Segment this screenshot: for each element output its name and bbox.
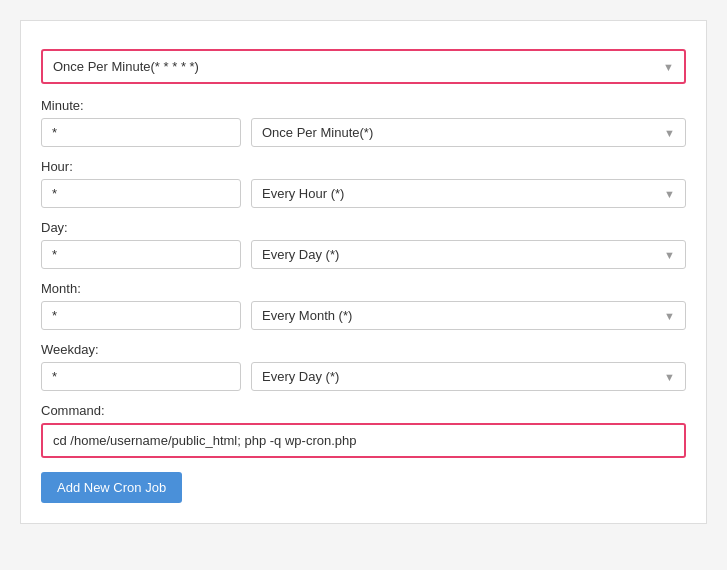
add-cron-job-button[interactable]: Add New Cron Job	[41, 472, 182, 503]
minute-select-wrapper[interactable]: Once Per Minute(*) Every 2 Minutes Every…	[251, 118, 686, 147]
day-input[interactable]	[41, 240, 241, 269]
minute-row: Once Per Minute(*) Every 2 Minutes Every…	[41, 118, 686, 147]
day-select[interactable]: Every Day (*) Every 2 Days Every 3 Days …	[252, 241, 685, 268]
minute-group: Minute: Once Per Minute(*) Every 2 Minut…	[41, 98, 686, 147]
weekday-row: Every Day (*) Monday Tuesday Wednesday T…	[41, 362, 686, 391]
command-section: Command:	[41, 403, 686, 458]
month-select[interactable]: Every Month (*) Every 2 Months Every 3 M…	[252, 302, 685, 329]
weekday-input[interactable]	[41, 362, 241, 391]
command-label: Command:	[41, 403, 686, 418]
day-label: Day:	[41, 220, 686, 235]
month-label: Month:	[41, 281, 686, 296]
month-row: Every Month (*) Every 2 Months Every 3 M…	[41, 301, 686, 330]
weekday-group: Weekday: Every Day (*) Monday Tuesday We…	[41, 342, 686, 391]
hour-input[interactable]	[41, 179, 241, 208]
weekday-select[interactable]: Every Day (*) Monday Tuesday Wednesday T…	[252, 363, 685, 390]
command-input-wrapper	[41, 423, 686, 458]
weekday-label: Weekday:	[41, 342, 686, 357]
minute-input[interactable]	[41, 118, 241, 147]
hour-select[interactable]: Every Hour (*) Every 2 Hours Every 3 Hou…	[252, 180, 685, 207]
month-select-wrapper[interactable]: Every Month (*) Every 2 Months Every 3 M…	[251, 301, 686, 330]
main-container: Once Per Minute(* * * * *) Once Per Hour…	[20, 20, 707, 524]
common-settings-select[interactable]: Once Per Minute(* * * * *) Once Per Hour…	[43, 51, 684, 82]
command-input[interactable]	[43, 425, 684, 456]
common-settings-select-wrapper[interactable]: Once Per Minute(* * * * *) Once Per Hour…	[41, 49, 686, 84]
day-row: Every Day (*) Every 2 Days Every 3 Days …	[41, 240, 686, 269]
month-group: Month: Every Month (*) Every 2 Months Ev…	[41, 281, 686, 330]
hour-label: Hour:	[41, 159, 686, 174]
minute-label: Minute:	[41, 98, 686, 113]
day-group: Day: Every Day (*) Every 2 Days Every 3 …	[41, 220, 686, 269]
weekday-select-wrapper[interactable]: Every Day (*) Monday Tuesday Wednesday T…	[251, 362, 686, 391]
hour-row: Every Hour (*) Every 2 Hours Every 3 Hou…	[41, 179, 686, 208]
hour-select-wrapper[interactable]: Every Hour (*) Every 2 Hours Every 3 Hou…	[251, 179, 686, 208]
day-select-wrapper[interactable]: Every Day (*) Every 2 Days Every 3 Days …	[251, 240, 686, 269]
minute-select[interactable]: Once Per Minute(*) Every 2 Minutes Every…	[252, 119, 685, 146]
month-input[interactable]	[41, 301, 241, 330]
hour-group: Hour: Every Hour (*) Every 2 Hours Every…	[41, 159, 686, 208]
